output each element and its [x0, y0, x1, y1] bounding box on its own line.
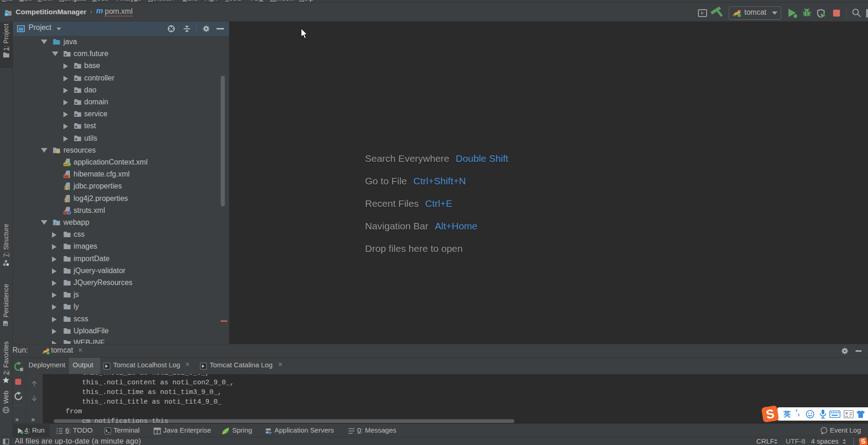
svg-text:<>: <> — [64, 163, 68, 166]
svg-text:<>: <> — [64, 175, 68, 178]
